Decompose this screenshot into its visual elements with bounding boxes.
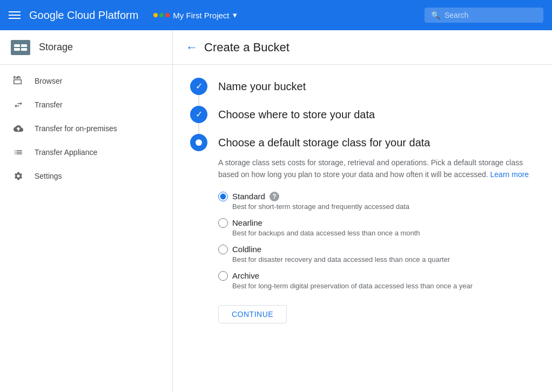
storage-class-options: Standard ? Best for short-term storage a… [218,192,535,290]
check-icon-2: ✓ [196,110,203,119]
sidebar-label-transfer-on-premises: Transfer for on-premises [35,124,117,133]
sidebar-label-transfer-appliance: Transfer Appliance [35,148,97,157]
project-name: My First Project [173,11,229,20]
sidebar-header: Storage [0,30,172,65]
project-dots-icon [153,13,170,17]
hamburger-button[interactable] [9,11,21,19]
step3-description: A storage class sets costs for storage, … [218,157,531,181]
label-archive[interactable]: Archive [232,271,259,280]
option-nearline: Nearline Best for backups and data acces… [218,218,535,237]
sidebar-label-settings: Settings [35,172,62,180]
option-coldline: Coldline Best for disaster recovery and … [218,245,535,263]
page-header: ← Create a Bucket [173,30,552,65]
radio-standard[interactable] [218,192,228,201]
step-3: Choose a default storage class for your … [190,134,535,328]
cloud-upload-icon [13,123,24,134]
browser-icon [13,76,24,86]
project-selector[interactable]: My First Project ▾ [153,10,237,20]
step3-title: Choose a default storage class for your … [218,137,430,149]
search-bar[interactable]: 🔍 [425,8,543,23]
settings-icon [13,171,24,181]
sidebar-item-transfer[interactable]: Transfer [0,93,172,117]
sidebar-item-browser[interactable]: Browser [0,69,172,93]
sidebar-item-settings[interactable]: Settings [0,164,172,188]
step3-indicator [190,134,207,151]
help-icon-standard[interactable]: ? [270,192,279,201]
help-coldline: Best for disaster recovery and data acce… [232,255,535,263]
label-standard[interactable]: Standard [232,192,265,201]
transfer-icon [13,99,24,110]
sidebar-label-transfer: Transfer [35,100,63,109]
radio-nearline[interactable] [218,218,228,228]
search-input[interactable] [445,11,537,19]
chevron-down-icon: ▾ [233,10,237,20]
main-content: ← Create a Bucket ✓ Name your bucket [173,30,552,392]
list-icon [13,147,24,158]
wizard-content: ✓ Name your bucket ✓ [173,65,552,341]
sidebar-item-transfer-appliance[interactable]: Transfer Appliance [0,140,172,164]
step-2: ✓ Choose where to store your data [190,106,535,134]
step2-body: Choose where to store your data [218,106,535,134]
search-icon: 🔍 [431,11,440,19]
sidebar: Storage Browser Transfer [0,30,173,392]
check-icon-1: ✓ [196,82,203,91]
sidebar-item-transfer-on-premises[interactable]: Transfer for on-premises [0,117,172,140]
help-standard: Best for short-term storage and frequent… [232,202,535,211]
option-standard: Standard ? Best for short-term storage a… [218,192,535,211]
step-1: ✓ Name your bucket [190,78,535,106]
step1-body: Name your bucket [218,78,535,106]
step1-title: Name your bucket [218,80,306,93]
step2-indicator: ✓ [190,106,207,123]
top-navigation: Google Cloud Platform My First Project ▾… [0,0,552,30]
help-archive: Best for long-term digital preservation … [232,282,535,290]
step2-title: Choose where to store your data [218,109,375,121]
storage-icon [11,40,30,55]
step1-indicator: ✓ [190,78,207,95]
label-coldline[interactable]: Coldline [232,245,261,254]
sidebar-title: Storage [39,42,73,53]
continue-button[interactable]: CONTINUE [218,305,287,323]
option-archive: Archive Best for long-term digital prese… [218,271,535,290]
app-title: Google Cloud Platform [29,9,138,22]
back-button[interactable]: ← [186,40,198,55]
help-nearline: Best for backups and data accessed less … [232,229,535,237]
label-nearline[interactable]: Nearline [232,218,262,227]
learn-more-link[interactable]: Learn more [490,170,529,179]
sidebar-nav: Browser Transfer Transfer for on-premise… [0,65,172,192]
page-title: Create a Bucket [204,40,290,55]
radio-archive[interactable] [218,271,228,281]
radio-coldline[interactable] [218,245,228,254]
step3-body: Choose a default storage class for your … [218,134,535,328]
sidebar-label-browser: Browser [35,77,62,85]
